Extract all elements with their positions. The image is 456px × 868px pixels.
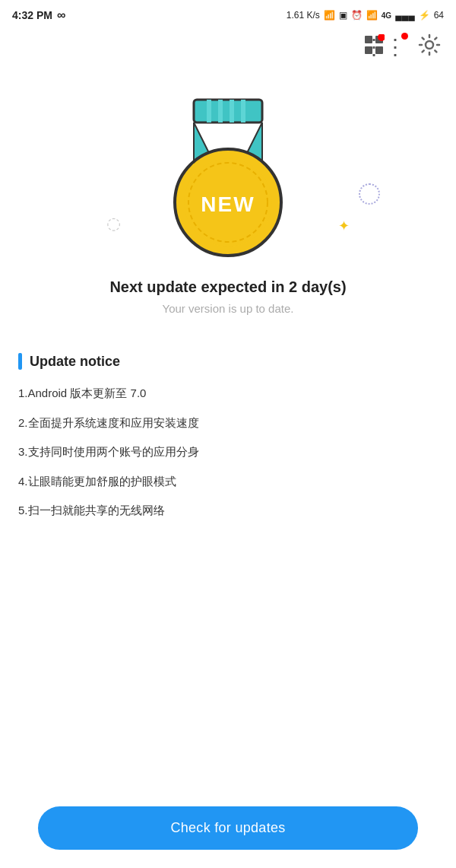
sparkle-plus: ✦ [338,218,350,234]
infinity-icon: ∞ [57,8,65,22]
status-right: 1.61 K/s 📶 ▣ ⏰ 📶 4G ▄▄▄ ⚡ 64 [287,10,444,21]
notice-item-2: 2.全面提升系统速度和应用安装速度 [18,415,438,432]
signal-bars-icon: ▄▄▄ [395,10,415,21]
notification-dot [401,33,408,40]
update-title: Next update expected in 2 day(s) [15,278,441,296]
grid-button-wrapper[interactable]: ⋮⋮ [363,34,406,59]
notice-item-5: 5.扫一扫就能共享的无线网络 [18,502,438,520]
notice-title: Update notice [30,354,120,370]
svg-text:NEW: NEW [201,192,255,216]
notice-item-3: 3.支持同时使用两个账号的应用分身 [18,444,438,461]
settings-button[interactable] [418,33,441,59]
medal-illustration: ✦ ◌ NEW [0,65,456,278]
notice-bar-accent [18,353,22,370]
svg-rect-3 [375,46,383,54]
action-bar: ⋮⋮ [0,27,456,65]
sparkle-circle [359,183,380,205]
network-speed: 1.61 K/s [287,10,320,21]
medal-svg: NEW [152,84,304,267]
svg-point-5 [426,41,433,49]
bolt-icon: ⚡ [419,10,430,21]
grid-icon-svg[interactable] [363,34,385,56]
update-subtitle: Your version is up to date. [15,302,441,315]
notice-item-1: 1.Android 版本更新至 7.0 [18,385,438,402]
svg-rect-6 [194,100,262,122]
status-left: 4:32 PM ∞ [12,8,65,22]
update-text-area: Next update expected in 2 day(s) Your ve… [0,278,456,330]
alarm-icon: ⏰ [351,10,363,21]
signal-4g-icon: 4G [382,11,391,20]
wifi-icon: 📶 [366,10,378,21]
bottom-bar: Check for updates [0,794,456,868]
gear-icon[interactable] [418,33,441,56]
time: 4:32 PM [12,9,52,21]
notice-header: Update notice [18,353,438,370]
svg-rect-2 [365,46,372,54]
battery-level: 64 [434,10,444,21]
phone-icon: ▣ [339,10,347,21]
svg-rect-0 [365,36,372,43]
notice-items: 1.Android 版本更新至 7.0 2.全面提升系统速度和应用安装速度 3.… [18,385,438,520]
check-updates-button[interactable]: Check for updates [38,806,418,850]
notice-item-4: 4.让眼睛能更加舒服的护眼模式 [18,473,438,491]
status-bar: 4:32 PM ∞ 1.61 K/s 📶 ▣ ⏰ 📶 4G ▄▄▄ ⚡ 64 [0,0,456,27]
sparkle-left: ◌ [106,214,121,234]
notice-section: Update notice 1.Android 版本更新至 7.0 2.全面提升… [0,330,456,608]
bluetooth-icon: 📶 [324,10,335,21]
